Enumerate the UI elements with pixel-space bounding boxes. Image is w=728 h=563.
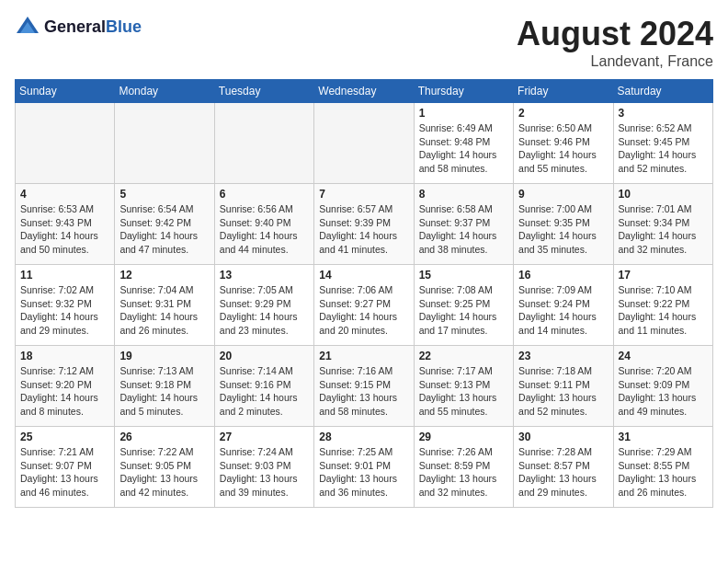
day-number: 23 xyxy=(518,350,608,362)
calendar-week-row: 25Sunrise: 7:21 AMSunset: 9:07 PMDayligh… xyxy=(16,427,713,508)
location: Landevant, France xyxy=(517,53,713,70)
calendar-cell: 29Sunrise: 7:26 AMSunset: 8:59 PMDayligh… xyxy=(414,427,513,508)
day-number: 14 xyxy=(319,269,408,282)
day-info: Sunrise: 6:57 AMSunset: 9:39 PMDaylight:… xyxy=(319,202,408,257)
day-info: Sunrise: 7:05 AMSunset: 9:29 PMDaylight:… xyxy=(220,283,309,338)
day-number: 17 xyxy=(619,269,708,282)
day-number: 26 xyxy=(119,431,209,443)
day-info: Sunrise: 6:58 AMSunset: 9:37 PMDaylight:… xyxy=(419,202,508,257)
day-number: 7 xyxy=(319,188,408,201)
calendar-week-row: 18Sunrise: 7:12 AMSunset: 9:20 PMDayligh… xyxy=(16,346,713,427)
day-number: 11 xyxy=(20,269,109,282)
calendar-cell xyxy=(214,103,313,184)
day-info: Sunrise: 6:50 AMSunset: 9:46 PMDaylight:… xyxy=(518,121,608,176)
day-info: Sunrise: 7:24 AMSunset: 9:03 PMDaylight:… xyxy=(220,445,309,500)
calendar-cell: 9Sunrise: 7:00 AMSunset: 9:35 PMDaylight… xyxy=(514,184,613,265)
day-number: 27 xyxy=(220,431,309,443)
calendar-cell: 31Sunrise: 7:29 AMSunset: 8:55 PMDayligh… xyxy=(613,427,712,508)
logo-text: GeneralBlue xyxy=(44,18,142,37)
day-info: Sunrise: 7:20 AMSunset: 9:09 PMDaylight:… xyxy=(619,364,708,419)
day-number: 19 xyxy=(119,350,209,362)
day-number: 13 xyxy=(220,269,309,282)
day-number: 31 xyxy=(619,431,708,443)
day-info: Sunrise: 6:56 AMSunset: 9:40 PMDaylight:… xyxy=(220,202,309,257)
day-info: Sunrise: 7:25 AMSunset: 9:01 PMDaylight:… xyxy=(319,445,408,500)
calendar-cell: 20Sunrise: 7:14 AMSunset: 9:16 PMDayligh… xyxy=(214,346,313,427)
day-info: Sunrise: 7:22 AMSunset: 9:05 PMDaylight:… xyxy=(119,445,209,500)
calendar-cell: 30Sunrise: 7:28 AMSunset: 8:57 PMDayligh… xyxy=(514,427,613,508)
day-number: 10 xyxy=(619,188,708,201)
calendar-cell: 23Sunrise: 7:18 AMSunset: 9:11 PMDayligh… xyxy=(514,346,613,427)
calendar-cell: 26Sunrise: 7:22 AMSunset: 9:05 PMDayligh… xyxy=(115,427,214,508)
calendar-cell: 14Sunrise: 7:06 AMSunset: 9:27 PMDayligh… xyxy=(314,265,414,346)
day-info: Sunrise: 6:54 AMSunset: 9:42 PMDaylight:… xyxy=(119,202,209,257)
day-info: Sunrise: 7:13 AMSunset: 9:18 PMDaylight:… xyxy=(119,364,209,419)
weekday-header: Wednesday xyxy=(314,80,414,103)
calendar-cell: 10Sunrise: 7:01 AMSunset: 9:34 PMDayligh… xyxy=(613,184,712,265)
day-number: 28 xyxy=(319,431,408,443)
calendar-cell: 7Sunrise: 6:57 AMSunset: 9:39 PMDaylight… xyxy=(314,184,414,265)
day-number: 5 xyxy=(119,188,209,201)
calendar-week-row: 1Sunrise: 6:49 AMSunset: 9:48 PMDaylight… xyxy=(16,103,713,184)
day-info: Sunrise: 6:52 AMSunset: 9:45 PMDaylight:… xyxy=(619,121,708,176)
weekday-header: Tuesday xyxy=(214,80,313,103)
day-info: Sunrise: 7:02 AMSunset: 9:32 PMDaylight:… xyxy=(20,283,109,338)
calendar-cell: 28Sunrise: 7:25 AMSunset: 9:01 PMDayligh… xyxy=(314,427,414,508)
calendar-cell: 27Sunrise: 7:24 AMSunset: 9:03 PMDayligh… xyxy=(214,427,313,508)
day-number: 20 xyxy=(220,350,309,362)
calendar-cell xyxy=(16,103,115,184)
calendar-cell: 6Sunrise: 6:56 AMSunset: 9:40 PMDaylight… xyxy=(214,184,313,265)
day-info: Sunrise: 7:01 AMSunset: 9:34 PMDaylight:… xyxy=(619,202,708,257)
calendar-cell: 17Sunrise: 7:10 AMSunset: 9:22 PMDayligh… xyxy=(613,265,712,346)
day-number: 1 xyxy=(419,107,508,120)
day-number: 6 xyxy=(220,188,309,201)
calendar-cell: 12Sunrise: 7:04 AMSunset: 9:31 PMDayligh… xyxy=(115,265,214,346)
day-number: 30 xyxy=(518,431,608,443)
calendar-table: SundayMondayTuesdayWednesdayThursdayFrid… xyxy=(15,79,713,508)
day-info: Sunrise: 7:12 AMSunset: 9:20 PMDaylight:… xyxy=(20,364,109,419)
day-info: Sunrise: 7:18 AMSunset: 9:11 PMDaylight:… xyxy=(518,364,608,419)
weekday-header: Saturday xyxy=(613,80,712,103)
day-info: Sunrise: 7:06 AMSunset: 9:27 PMDaylight:… xyxy=(319,283,408,338)
calendar-cell: 8Sunrise: 6:58 AMSunset: 9:37 PMDaylight… xyxy=(414,184,513,265)
day-number: 12 xyxy=(119,269,209,282)
day-info: Sunrise: 6:53 AMSunset: 9:43 PMDaylight:… xyxy=(20,202,109,257)
calendar-cell: 4Sunrise: 6:53 AMSunset: 9:43 PMDaylight… xyxy=(16,184,115,265)
day-number: 4 xyxy=(20,188,109,201)
day-info: Sunrise: 7:28 AMSunset: 8:57 PMDaylight:… xyxy=(518,445,608,500)
day-number: 29 xyxy=(419,431,508,443)
day-number: 25 xyxy=(20,431,109,443)
weekday-header: Sunday xyxy=(16,80,115,103)
day-number: 24 xyxy=(619,350,708,362)
day-info: Sunrise: 7:08 AMSunset: 9:25 PMDaylight:… xyxy=(419,283,508,338)
calendar-cell: 15Sunrise: 7:08 AMSunset: 9:25 PMDayligh… xyxy=(414,265,513,346)
calendar-cell: 25Sunrise: 7:21 AMSunset: 9:07 PMDayligh… xyxy=(16,427,115,508)
logo: GeneralBlue xyxy=(15,15,142,40)
calendar-cell: 22Sunrise: 7:17 AMSunset: 9:13 PMDayligh… xyxy=(414,346,513,427)
calendar-cell: 16Sunrise: 7:09 AMSunset: 9:24 PMDayligh… xyxy=(514,265,613,346)
day-number: 3 xyxy=(619,107,708,120)
day-info: Sunrise: 7:00 AMSunset: 9:35 PMDaylight:… xyxy=(518,202,608,257)
day-number: 16 xyxy=(518,269,608,282)
calendar-cell: 18Sunrise: 7:12 AMSunset: 9:20 PMDayligh… xyxy=(16,346,115,427)
day-info: Sunrise: 7:26 AMSunset: 8:59 PMDaylight:… xyxy=(419,445,508,500)
page-header: GeneralBlue August 2024 Landevant, Franc… xyxy=(15,15,713,70)
day-info: Sunrise: 7:29 AMSunset: 8:55 PMDaylight:… xyxy=(619,445,708,500)
weekday-header: Friday xyxy=(514,80,613,103)
weekday-header: Monday xyxy=(115,80,214,103)
day-number: 8 xyxy=(419,188,508,201)
day-number: 18 xyxy=(20,350,109,362)
calendar-header-row: SundayMondayTuesdayWednesdayThursdayFrid… xyxy=(16,80,713,103)
day-info: Sunrise: 6:49 AMSunset: 9:48 PMDaylight:… xyxy=(419,121,508,176)
calendar-cell: 24Sunrise: 7:20 AMSunset: 9:09 PMDayligh… xyxy=(613,346,712,427)
weekday-header: Thursday xyxy=(414,80,513,103)
day-info: Sunrise: 7:16 AMSunset: 9:15 PMDaylight:… xyxy=(319,364,408,419)
calendar-cell xyxy=(314,103,414,184)
calendar-cell: 21Sunrise: 7:16 AMSunset: 9:15 PMDayligh… xyxy=(314,346,414,427)
day-info: Sunrise: 7:17 AMSunset: 9:13 PMDaylight:… xyxy=(419,364,508,419)
day-info: Sunrise: 7:14 AMSunset: 9:16 PMDaylight:… xyxy=(220,364,309,419)
day-number: 15 xyxy=(419,269,508,282)
day-info: Sunrise: 7:21 AMSunset: 9:07 PMDaylight:… xyxy=(20,445,109,500)
month-title: August 2024 xyxy=(517,15,713,53)
calendar-week-row: 11Sunrise: 7:02 AMSunset: 9:32 PMDayligh… xyxy=(16,265,713,346)
